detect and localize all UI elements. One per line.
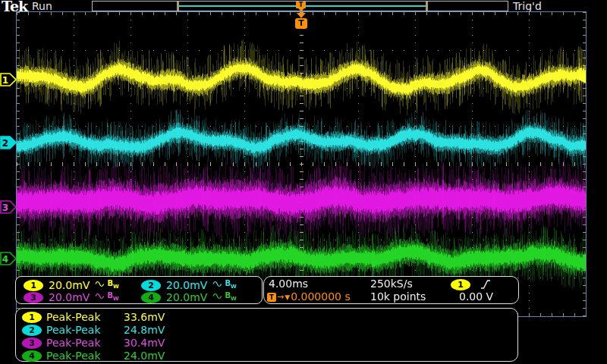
channel-4-badge: 4 xyxy=(22,350,42,362)
channel-1-position-marker[interactable]: 1 xyxy=(0,73,17,86)
measurement-name: Peak-Peak xyxy=(46,350,119,362)
trigger-source-badge-wrap: 1 xyxy=(451,278,470,290)
measurement-name: Peak-Peak xyxy=(46,324,119,336)
measurement-value: 30.4mV xyxy=(124,337,165,349)
triangle-down-icon: ▼ xyxy=(285,293,290,302)
svg-text:1: 1 xyxy=(2,75,8,86)
record-window-bracket-right[interactable] xyxy=(426,2,428,11)
trigger-source-badge[interactable]: 1 xyxy=(451,279,470,290)
channel-2-badge: 2 xyxy=(22,325,42,336)
svg-text:2: 2 xyxy=(2,138,8,149)
record-length: 10k points xyxy=(370,291,426,303)
bandwidth-limit-icon: BW xyxy=(225,280,236,290)
trigger-level-value: 0.00 V xyxy=(459,291,493,303)
channel-readout-box: 1 20.0mV BW 2 20.0mV BW 3 20.0mV xyxy=(15,276,263,304)
channel-2-position-marker[interactable]: 2 xyxy=(0,136,17,149)
record-trigger-flag[interactable]: T xyxy=(296,2,306,11)
measurement-row: 2 Peak-Peak 24.8mV xyxy=(22,324,165,336)
ac-coupling-icon xyxy=(95,280,105,288)
trigger-position-arrow-icon xyxy=(297,13,306,18)
rising-edge-icon xyxy=(480,279,492,290)
channel-3-badge[interactable]: 3 xyxy=(24,292,43,303)
measurement-value: 24.8mV xyxy=(124,324,165,336)
acquisition-status: Run xyxy=(32,0,52,12)
bandwidth-limit-icon: BW xyxy=(107,280,118,290)
channel-1-badge: 1 xyxy=(22,312,42,323)
measurement-row: 3 Peak-Peak 30.4mV xyxy=(22,337,165,349)
channel-4-position-marker[interactable]: 4 xyxy=(0,252,17,265)
measurements-panel: 1 Peak-Peak 33.6mV 2 Peak-Peak 24.8mV 3 … xyxy=(15,308,518,362)
svg-text:3: 3 xyxy=(2,202,8,213)
measurement-value: 33.6mV xyxy=(124,311,165,323)
measurement-row: 1 Peak-Peak 33.6mV xyxy=(22,311,165,323)
measurement-row: 4 Peak-Peak 24.0mV xyxy=(22,350,165,362)
svg-text:4: 4 xyxy=(2,254,8,265)
trigger-t-icon: T xyxy=(296,2,306,8)
channel-3-position-marker[interactable]: 3 xyxy=(0,200,17,214)
channel-3-scale: 20.0mV xyxy=(49,292,90,303)
oscilloscope-screen: Tek Run Trig'd T T 1 2 3 xyxy=(0,0,607,364)
ac-coupling-icon xyxy=(95,292,105,300)
bandwidth-limit-icon: BW xyxy=(225,292,236,303)
sample-rate: 250kS/s xyxy=(370,278,413,290)
graticule-area xyxy=(16,11,587,317)
trigger-position-value: 0.000000 s xyxy=(291,291,351,303)
trigger-position-marker[interactable]: T xyxy=(295,13,307,29)
channel-3-badge: 3 xyxy=(22,337,42,349)
ac-coupling-icon xyxy=(212,292,222,300)
trigger-status: Trig'd xyxy=(513,0,542,12)
channel-4-badge[interactable]: 4 xyxy=(141,292,161,303)
channel-2-badge[interactable]: 2 xyxy=(141,280,161,291)
arrow-right-icon: → xyxy=(277,293,284,302)
channel-1-scale: 20.0mV xyxy=(49,280,90,290)
channel-1-badge[interactable]: 1 xyxy=(24,280,43,291)
measurement-name: Peak-Peak xyxy=(46,337,119,349)
trigger-position-readout: T→▼0.000000 s xyxy=(267,291,351,303)
waveform-display[interactable] xyxy=(17,12,586,316)
trigger-t-icon: T xyxy=(267,293,276,302)
horizontal-trigger-readout-box: 4.00ms 250kS/s 1 T→▼0.000000 s 10k point… xyxy=(263,276,519,304)
horizontal-scale: 4.00ms xyxy=(269,278,308,290)
channel-2-scale: 20.0mV xyxy=(166,280,207,290)
ac-coupling-icon xyxy=(212,280,222,288)
measurement-name: Peak-Peak xyxy=(46,311,119,323)
bandwidth-limit-icon: BW xyxy=(107,292,118,303)
trigger-position-t-icon: T xyxy=(295,18,307,29)
measurement-value: 24.0mV xyxy=(124,350,165,362)
channel-4-scale: 20.0mV xyxy=(166,292,207,303)
trigger-level-arrow[interactable] xyxy=(576,73,586,83)
